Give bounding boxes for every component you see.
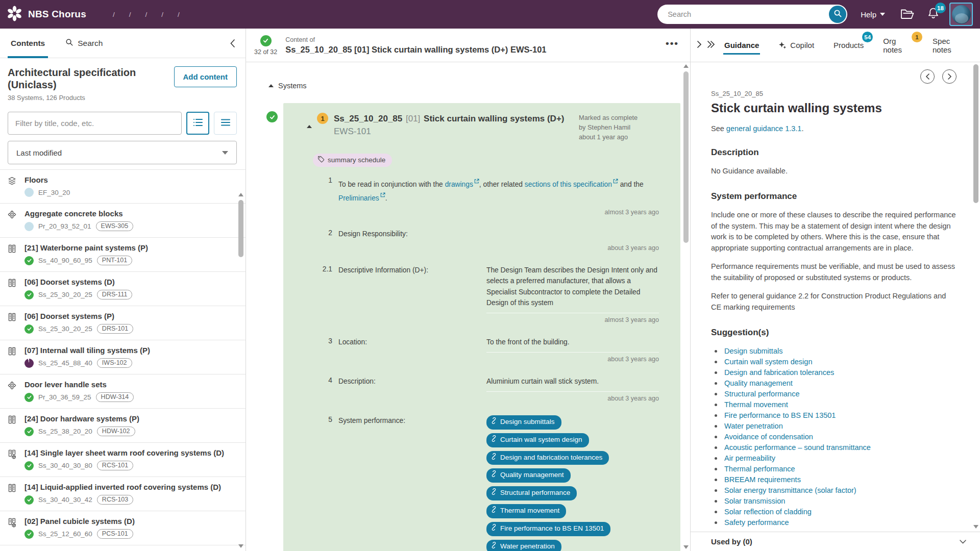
linked-clause-pill[interactable]: Curtain wall system design [486,433,589,447]
list-item[interactable]: [07] Internal wall tiling systems (P) Ss… [0,340,246,374]
linked-clause-pill[interactable]: Thermal movement [486,504,566,518]
help-menu[interactable]: Help [861,10,885,19]
scrollbar-thumb[interactable] [973,64,978,203]
linked-clause-pill[interactable]: Water penetration [486,540,561,551]
scroll-down-arrow[interactable] [683,545,689,549]
linked-clause-pill[interactable]: Design submittals [486,415,561,430]
suggestion-link[interactable]: Structural performance [724,390,799,398]
user-avatar-button[interactable] [949,3,973,26]
scrollbar-thumb[interactable] [238,200,243,257]
item-ref-badge: PNT-101 [97,256,132,265]
suggestion-link[interactable]: Solar energy transmittance (solar factor… [724,486,856,494]
breadcrumb-item[interactable] [106,11,122,18]
search-button[interactable] [829,6,846,23]
list-item[interactable]: [14] Liquid-applied inverted roof coveri… [0,477,246,511]
suggestion-link[interactable]: Air permeability [724,454,775,462]
item-title: [06] Doorset systems (P) [24,312,230,320]
collapse-panel-icon[interactable] [697,40,702,51]
sidebar-tabbar: Contents Search [0,29,246,58]
collapse-clause-icon[interactable] [307,116,312,142]
tab-guidance[interactable]: Guidance [723,29,760,62]
list-item[interactable]: Aggregate concrete blocks Pr_20_93_52_01… [0,203,246,237]
system-clause-block[interactable]: 1 Ss_25_10_20_85 [01] Stick curtain wall… [283,103,680,551]
scroll-up-arrow[interactable] [683,64,689,68]
list-item[interactable]: [21] Waterborne paint systems (P) Ss_40_… [0,237,246,271]
add-content-button[interactable]: Add content [174,66,237,87]
suggestion-link[interactable]: Curtain wall system design [724,358,812,366]
expand-panel-icon[interactable] [707,40,715,51]
item-title: [14] Liquid-applied inverted roof coveri… [24,483,230,491]
guidance-scrollbar[interactable] [973,64,979,529]
suggestion-link[interactable]: Solar transmission [724,497,785,505]
previous-guidance-button[interactable] [920,69,935,84]
item-ref-badge: IWS-102 [97,358,132,368]
breadcrumb-item[interactable] [138,11,154,18]
tab-org-notes[interactable]: Org notes 1 [882,29,914,62]
list-item[interactable]: [06] Doorset systems (D) Ss_25_30_20_25 … [0,271,246,306]
list-view-button[interactable] [186,112,209,135]
filter-input[interactable] [8,112,182,135]
item-type-icon [8,176,24,197]
suggestion-link[interactable]: Water penetration [724,422,783,430]
breadcrumb-item[interactable] [170,11,187,18]
systems-section-toggle[interactable]: Systems [268,82,667,90]
suggestion-link[interactable]: Fire performance to BS EN 13501 [724,411,836,419]
collapse-sidebar-icon[interactable] [230,39,235,48]
tab-spec-notes[interactable]: Spec notes [932,29,968,62]
suggestion-link[interactable]: Design submittals [724,347,782,355]
scroll-down-arrow[interactable] [973,525,978,529]
list-item[interactable]: Door lever handle sets Pr_30_36_59_25 HD… [0,374,246,408]
search-input[interactable] [657,5,847,24]
suggestion-link[interactable]: Avoidance of condensation [724,433,813,441]
list-item[interactable]: [24] Door hardware systems (P) Ss_25_38_… [0,408,246,442]
preliminaries-link[interactable]: Preliminaries [338,194,379,202]
compact-view-button[interactable] [214,112,237,135]
linked-clause-pill[interactable]: Quality management [486,468,571,483]
tab-products[interactable]: Products 54 [832,29,865,62]
suggestion-link[interactable]: Quality management [724,379,793,387]
suggestion-link[interactable]: Solar reflection of cladding [724,508,812,516]
next-guidance-button[interactable] [942,69,957,84]
clause-num: 3 [315,337,332,371]
notifications-bell[interactable]: 18 [927,7,939,21]
list-item[interactable]: [02] Panel cubicle systems (D) Ss_25_12_… [0,511,246,545]
sections-link[interactable]: sections of this specification [525,180,612,188]
scrollbar-thumb[interactable] [683,71,689,243]
suggestion-item: Thermal movement [711,399,957,410]
sort-dropdown[interactable]: Last modified [8,141,237,164]
tag-icon [317,156,325,164]
list-item[interactable]: Floors EF_30_20 [0,169,246,203]
list-item[interactable]: Compact or solid grade high-pressure lam… [0,545,246,551]
linked-clause-pill[interactable]: Structural performance [486,486,577,500]
drawings-link[interactable]: drawings [445,180,473,188]
suggestion-link[interactable]: Design and fabrication tolerances [724,368,834,377]
scroll-up-arrow[interactable] [238,193,243,196]
suggestion-link[interactable]: BREEAM requirements [724,475,801,484]
sidebar-scrollbar[interactable] [238,193,244,548]
suggestion-item: Structural performance [711,389,957,399]
more-options-button[interactable]: ••• [666,38,679,53]
tab-search[interactable]: Search [62,29,106,58]
summary-schedule-tag[interactable]: summary schedule [313,154,392,167]
linked-clause-pill[interactable]: Fire performance to BS EN 13501 [486,522,610,536]
projects-folder-icon[interactable] [900,9,914,20]
document-scrollbar[interactable] [683,64,689,549]
nbs-chorus-logo[interactable]: NBS Chorus [6,5,86,24]
tab-contents[interactable]: Contents [8,29,48,58]
suggestion-item: Solar transmission [711,496,957,507]
breadcrumb-item[interactable] [122,11,138,18]
breadcrumb-item[interactable] [154,11,170,18]
suggestion-link[interactable]: Thermal movement [724,400,788,409]
linked-clause-pill[interactable]: Design and fabrication tolerances [486,451,609,465]
used-by-section[interactable]: Used by (0) [691,532,980,551]
suggestion-link[interactable]: Acoustic performance – sound transmittan… [724,443,871,452]
suggestion-link[interactable]: Safety performance [724,518,789,527]
scroll-down-arrow[interactable] [238,544,243,548]
suggestion-item: Safety performance [711,517,957,528]
list-item[interactable]: [06] Doorset systems (P) Ss_25_30_20_25 … [0,306,246,340]
status-partial-icon [24,359,34,368]
suggestion-link[interactable]: Thermal performance [724,465,795,473]
tab-copilot[interactable]: Copilot [777,29,815,62]
general-guidance-link[interactable]: general guidance 1.3.1 [726,124,802,133]
list-item[interactable]: [14] Single layer sheet warm roof coveri… [0,442,246,477]
